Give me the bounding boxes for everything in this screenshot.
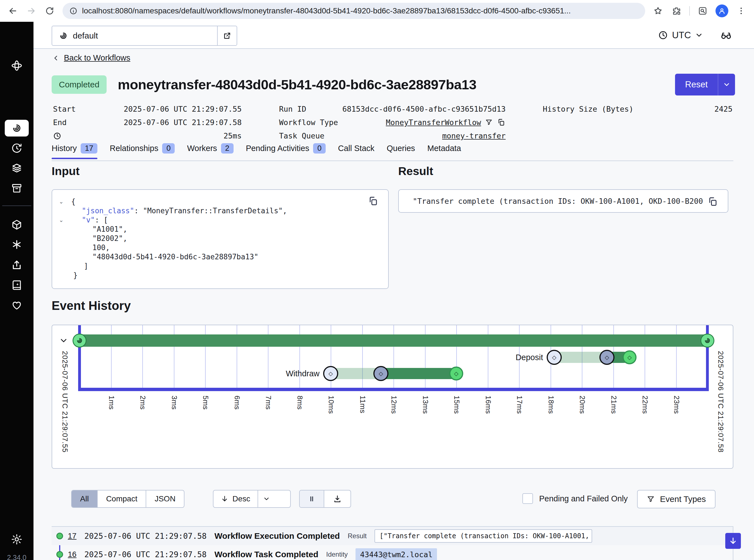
filter-icon[interactable]	[485, 118, 493, 127]
timeline-tick-label: 21ms	[609, 396, 618, 414]
workflow-title: moneytransfer-48043d0d-5b41-4920-bd6c-3a…	[118, 77, 675, 93]
reset-dropdown-caret[interactable]	[718, 74, 735, 96]
event-types-button[interactable]: Event Types	[637, 490, 715, 508]
start-label: Start	[53, 102, 76, 116]
tab-label: Workers	[187, 144, 217, 153]
result-panel: "Transfer complete (transaction IDs: OKW…	[398, 189, 728, 213]
bookmark-star-icon[interactable]	[652, 5, 664, 17]
namespace-icon	[58, 31, 68, 41]
tabs-divider	[52, 161, 733, 161]
chevron-left-icon	[52, 54, 60, 62]
sidebar-labs-icon[interactable]	[0, 237, 34, 252]
timeline-start-datetime: 2025-07-06 UTC 21:29:07.55	[61, 351, 69, 453]
tab-search-icon[interactable]	[697, 5, 708, 17]
activity-started-marker[interactable]: ◇	[373, 366, 388, 381]
browser-menu-kebab-icon[interactable]	[736, 5, 747, 17]
timezone-selector[interactable]: UTC	[658, 30, 703, 40]
view-option-json[interactable]: JSON	[146, 491, 184, 507]
reset-button-label[interactable]: Reset	[675, 74, 718, 96]
sort-control: Desc	[213, 490, 291, 508]
timeline-tick-label: 6ms	[233, 396, 241, 410]
activity-scheduled-marker[interactable]: ◇	[323, 366, 338, 381]
pending-failed-checkbox[interactable]	[523, 493, 533, 504]
tab-pending-activities[interactable]: Pending Activities0	[246, 143, 326, 159]
copy-icon[interactable]	[497, 118, 506, 127]
workflow-metadata: Start 2025-07-06 UTC 21:29:07.55 End 202…	[34, 102, 754, 144]
tab-metadata[interactable]: Metadata	[427, 143, 461, 159]
extensions-icon[interactable]	[671, 5, 682, 17]
sidebar-workflows-icon[interactable]	[0, 120, 34, 136]
sidebar-schedules-icon[interactable]	[0, 140, 34, 156]
sidebar-docs-icon[interactable]	[0, 277, 34, 293]
tab-count-badge: 2	[221, 143, 233, 154]
url-text: localhost:8080/namespaces/default/workfl…	[82, 6, 571, 15]
collapse-chevron-icon[interactable]: ⌄	[59, 216, 68, 225]
timeline-tick-label: 1ms	[107, 396, 116, 410]
site-info-icon[interactable]	[69, 7, 78, 15]
event-row[interactable]: 172025-07-06 UTC 21:29:07.58Workflow Exe…	[52, 527, 733, 545]
namespace-external-link-icon[interactable]	[217, 26, 237, 45]
sort-dropdown-caret[interactable]	[258, 491, 275, 507]
activity-completed-marker[interactable]: ◇	[623, 351, 636, 364]
back-to-workflows-link[interactable]: Back to Workflows	[52, 53, 130, 62]
reset-button[interactable]: Reset	[675, 74, 735, 96]
activity-scheduled-marker[interactable]: ◇	[547, 350, 562, 365]
timeline-tick-label: 20ms	[578, 396, 587, 414]
tab-call-stack[interactable]: Call Stack	[338, 143, 374, 159]
browser-reload-icon[interactable]	[44, 5, 55, 17]
workflow-end-marker[interactable]	[700, 334, 714, 347]
profile-avatar[interactable]	[715, 4, 728, 17]
timeline-tick-label: 18ms	[547, 396, 555, 414]
event-id-link[interactable]: 17	[68, 532, 77, 540]
scroll-to-bottom-button[interactable]	[725, 533, 741, 549]
app-version: 2.34.0	[0, 554, 34, 560]
event-row[interactable]: 162025-07-06 UTC 21:29:07.58Workflow Tas…	[52, 545, 733, 560]
workflow-start-marker[interactable]	[73, 334, 86, 347]
copy-icon[interactable]	[708, 197, 718, 206]
nav-divider	[2, 205, 31, 206]
browser-forward-icon[interactable]	[26, 5, 37, 17]
view-option-compact[interactable]: Compact	[98, 491, 146, 507]
event-detail-value: 43443@twm2.local	[355, 548, 437, 560]
sidebar-nexus-icon[interactable]	[0, 217, 34, 233]
activity-started-marker[interactable]: ◇	[599, 350, 614, 365]
theme-toggle-sun-icon[interactable]	[0, 532, 34, 547]
sidebar-archive-icon[interactable]	[0, 180, 34, 196]
pause-button[interactable]	[300, 491, 324, 507]
json-line: }	[59, 271, 388, 280]
tab-history[interactable]: History17	[52, 143, 97, 159]
download-button[interactable]	[324, 491, 350, 507]
tab-queries[interactable]: Queries	[387, 143, 415, 159]
timeline-collapse-chevron-icon[interactable]	[59, 336, 68, 345]
tab-workers[interactable]: Workers2	[187, 143, 233, 159]
sidebar-import-icon[interactable]	[0, 257, 34, 273]
json-line: ⌄"v": [	[59, 216, 388, 225]
arrow-down-icon	[221, 495, 228, 503]
event-id-link[interactable]: 16	[68, 550, 77, 559]
main-content: Back to Workflows Completed moneytransfe…	[34, 49, 754, 560]
sidebar-feedback-icon[interactable]	[0, 297, 34, 313]
tab-relationships[interactable]: Relationships0	[110, 143, 175, 159]
activity-running-segment	[381, 368, 456, 379]
activity-completed-marker[interactable]: ◇	[449, 366, 463, 380]
left-nav-rail: 2.34.0	[0, 22, 34, 560]
workflow-type-link[interactable]: MoneyTransferWorkflow	[386, 116, 481, 129]
temporal-logo[interactable]	[0, 58, 34, 74]
tab-label: Pending Activities	[246, 144, 309, 153]
copy-icon[interactable]	[368, 196, 378, 206]
status-badge: Completed	[52, 75, 107, 94]
event-name: Workflow Execution Completed	[214, 531, 340, 541]
sort-desc-button[interactable]: Desc	[213, 491, 258, 507]
history-size-label: History Size (Bytes)	[543, 102, 633, 116]
sidebar-batch-operations-icon[interactable]	[0, 160, 34, 176]
namespace-selector[interactable]: default	[52, 26, 237, 46]
view-option-all[interactable]: All	[72, 491, 98, 507]
labs-glasses-icon[interactable]	[720, 29, 732, 41]
task-queue-link[interactable]: money-transfer	[442, 132, 506, 140]
collapse-chevron-icon[interactable]: ⌄	[59, 197, 68, 206]
address-bar[interactable]: localhost:8080/namespaces/default/workfl…	[62, 3, 645, 19]
browser-back-icon[interactable]	[7, 5, 18, 17]
clock-icon	[658, 30, 668, 40]
event-timestamp: 2025-07-06 UTC 21:29:07.58	[84, 532, 206, 541]
timeline-tick-label: 12ms	[390, 396, 398, 414]
